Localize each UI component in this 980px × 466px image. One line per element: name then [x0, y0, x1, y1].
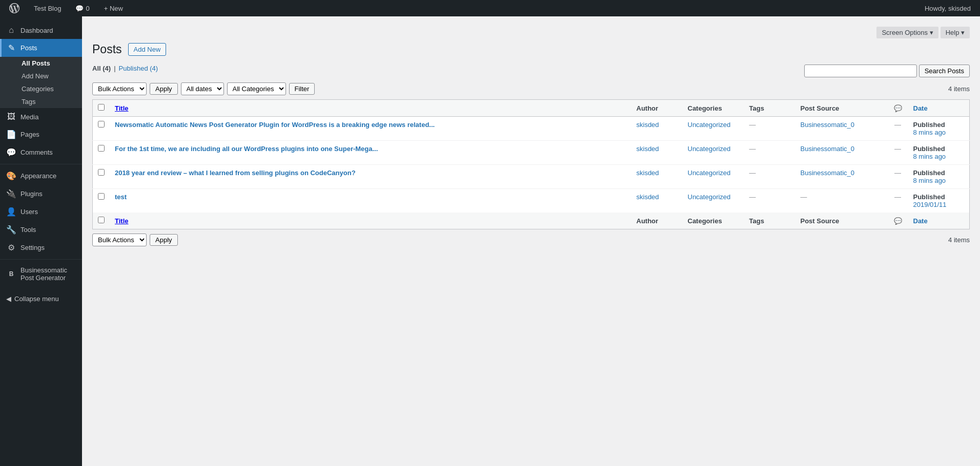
row-3-title: test — [110, 189, 631, 213]
sidebar-item-appearance[interactable]: 🎨 Appearance — [0, 167, 82, 185]
collapse-menu-button[interactable]: ◀ Collapse menu — [0, 291, 82, 307]
select-all-checkbox-top[interactable] — [98, 104, 105, 111]
admin-bar: Test Blog 💬 0 + New Howdy, skisded — [0, 0, 980, 16]
search-posts-input[interactable] — [804, 65, 917, 77]
col-header-title[interactable]: Title — [110, 100, 631, 117]
row-0-checkbox — [93, 117, 110, 141]
row-3-comments: — — [888, 189, 908, 213]
row-0-title: Newsomatic Automatic News Post Generator… — [110, 117, 631, 141]
howdy-text[interactable]: Howdy, skisded — [921, 0, 975, 16]
author-link-2[interactable]: skisded — [637, 169, 659, 177]
sidebar-label-media: Media — [21, 113, 77, 121]
date-time-1[interactable]: 8 mins ago — [913, 153, 965, 160]
sidebar-item-dashboard[interactable]: ⌂ Dashboard — [0, 22, 82, 39]
filter-tabs: All (4) | Published (4) — [92, 65, 804, 72]
source-link-1[interactable]: Businessomatic_0 — [801, 145, 855, 153]
date-status-1: Published — [913, 145, 965, 153]
new-content-button[interactable]: + New — [100, 0, 127, 16]
row-1-comments: — — [888, 141, 908, 165]
sidebar-item-media[interactable]: 🖼 Media — [0, 108, 82, 125]
sidebar-item-tools[interactable]: 🔧 Tools — [0, 221, 82, 239]
table-row: 2018 year end review – what I learned fr… — [93, 165, 970, 189]
bulk-actions-select-top[interactable]: Bulk Actions — [92, 82, 147, 95]
submenu-item-categories[interactable]: Categories — [0, 82, 82, 95]
category-filter-select[interactable]: All Categories — [227, 82, 286, 95]
date-status-3: Published — [913, 193, 965, 201]
comments-icon: 💬 — [6, 147, 16, 157]
row-0-source: Businessomatic_0 — [795, 117, 888, 141]
sidebar-item-businessomatic[interactable]: B Businessomatic Post Generator — [0, 262, 82, 286]
row-0-category: Uncategorized — [683, 117, 744, 141]
post-title-link-1[interactable]: For the 1st time, we are including all o… — [115, 145, 378, 153]
col-footer-author: Author — [631, 213, 683, 229]
col-header-tags: Tags — [744, 100, 795, 117]
apply-button-top[interactable]: Apply — [150, 83, 178, 95]
select-all-checkbox-bottom[interactable] — [98, 217, 105, 223]
comments-bubble[interactable]: 💬 0 — [71, 0, 93, 16]
row-checkbox-2[interactable] — [98, 169, 105, 176]
sidebar-item-settings[interactable]: ⚙ Settings — [0, 239, 82, 257]
category-link-2[interactable]: Uncategorized — [688, 169, 731, 177]
submenu-item-tags[interactable]: Tags — [0, 95, 82, 108]
tab-all[interactable]: All (4) — [92, 65, 111, 72]
row-checkbox-0[interactable] — [98, 121, 105, 128]
wp-logo[interactable] — [5, 0, 24, 16]
row-checkbox-3[interactable] — [98, 193, 105, 200]
pages-icon: 📄 — [6, 130, 16, 139]
screen-options-button[interactable]: Screen Options ▾ — [876, 27, 938, 38]
source-link-2[interactable]: Businessomatic_0 — [801, 169, 855, 177]
comment-count-3: — — [894, 193, 901, 201]
col-title-link[interactable]: Title — [115, 104, 129, 112]
row-3-category: Uncategorized — [683, 189, 744, 213]
author-link-1[interactable]: skisded — [637, 145, 659, 153]
sidebar-item-posts[interactable]: ✎ Posts — [0, 39, 82, 57]
row-2-category: Uncategorized — [683, 165, 744, 189]
search-posts-button[interactable]: Search Posts — [919, 65, 970, 77]
date-status-2: Published — [913, 169, 965, 177]
col-footer-title-link[interactable]: Title — [115, 217, 129, 225]
screen-meta-links: Screen Options ▾ Help ▾ — [92, 27, 970, 38]
submenu-item-all-posts[interactable]: All Posts — [0, 57, 82, 70]
col-footer-title[interactable]: Title — [110, 213, 631, 229]
sidebar-label-appearance: Appearance — [21, 172, 77, 180]
author-link-3[interactable]: skisded — [637, 193, 659, 201]
post-title-link-2[interactable]: 2018 year end review – what I learned fr… — [115, 169, 356, 177]
category-link-0[interactable]: Uncategorized — [688, 121, 731, 129]
sidebar-item-users[interactable]: 👤 Users — [0, 203, 82, 221]
table-row: For the 1st time, we are including all o… — [93, 141, 970, 165]
sidebar-label-pages: Pages — [21, 131, 77, 138]
date-time-2[interactable]: 8 mins ago — [913, 177, 965, 184]
sidebar-label-businessomatic: Businessomatic Post Generator — [21, 266, 77, 282]
row-checkbox-1[interactable] — [98, 145, 105, 152]
category-link-1[interactable]: Uncategorized — [688, 145, 731, 153]
row-2-author: skisded — [631, 165, 683, 189]
help-button[interactable]: Help ▾ — [941, 27, 970, 38]
bulk-actions-select-bottom[interactable]: Bulk Actions — [92, 234, 147, 246]
row-3-checkbox — [93, 189, 110, 213]
date-time-0[interactable]: 8 mins ago — [913, 129, 965, 136]
col-header-date[interactable]: Date — [908, 100, 970, 117]
add-new-button[interactable]: Add New — [128, 43, 167, 56]
sidebar-item-plugins[interactable]: 🔌 Plugins — [0, 185, 82, 203]
filter-button[interactable]: Filter — [289, 83, 315, 95]
col-footer-date-link[interactable]: Date — [913, 217, 928, 225]
col-footer-date[interactable]: Date — [908, 213, 970, 229]
sidebar-item-comments[interactable]: 💬 Comments — [0, 143, 82, 161]
category-link-3[interactable]: Uncategorized — [688, 193, 731, 201]
businessomatic-icon: B — [6, 270, 16, 278]
source-link-0[interactable]: Businessomatic_0 — [801, 121, 855, 129]
post-title-link-3[interactable]: test — [115, 193, 127, 201]
post-title-link-0[interactable]: Newsomatic Automatic News Post Generator… — [115, 121, 435, 129]
submenu-item-add-new[interactable]: Add New — [0, 70, 82, 82]
col-date-link[interactable]: Date — [913, 104, 928, 112]
table-row: test skisded Uncategorized — — — Publish… — [93, 189, 970, 213]
author-link-0[interactable]: skisded — [637, 121, 659, 129]
site-name[interactable]: Test Blog — [30, 0, 65, 16]
tab-published[interactable]: Published (4) — [119, 65, 158, 72]
date-time-3[interactable]: 2019/01/11 — [913, 201, 965, 208]
users-icon: 👤 — [6, 207, 16, 217]
sidebar-item-pages[interactable]: 📄 Pages — [0, 125, 82, 143]
apply-button-bottom[interactable]: Apply — [150, 234, 178, 246]
row-1-category: Uncategorized — [683, 141, 744, 165]
date-filter-select[interactable]: All dates — [181, 82, 224, 95]
